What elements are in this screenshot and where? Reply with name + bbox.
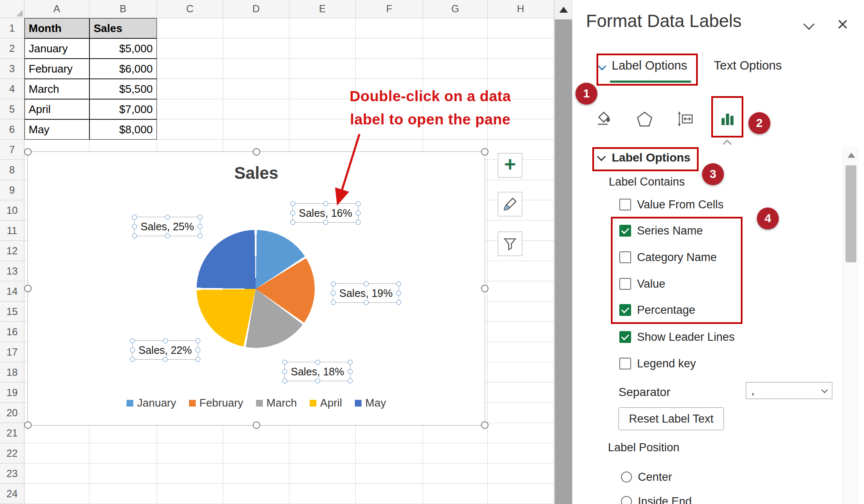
row-header-9[interactable]: 9 (0, 180, 24, 200)
selection-handle[interactable] (396, 300, 401, 305)
selection-handle[interactable] (282, 378, 287, 383)
selection-handle[interactable] (165, 215, 170, 220)
selection-handle[interactable] (24, 148, 32, 156)
chart-legend[interactable]: JanuaryFebruaryMarchAprilMay (28, 396, 485, 410)
row-header-6[interactable]: 6 (0, 119, 24, 140)
cell-month-march[interactable]: March (24, 79, 89, 99)
selection-handle[interactable] (195, 348, 200, 353)
scrollbar-thumb[interactable] (555, 19, 572, 504)
selection-handle[interactable] (396, 291, 401, 296)
selection-handle[interactable] (356, 220, 361, 225)
checkbox-series-name[interactable]: Series Name (619, 221, 703, 240)
cell-sales-may[interactable]: $8,000 (89, 119, 157, 140)
select-all-corner[interactable] (0, 0, 24, 18)
selection-handle[interactable] (130, 338, 135, 343)
cell-sales-april[interactable]: $7,000 (89, 99, 157, 119)
cell-header-month[interactable]: Month (24, 18, 89, 38)
checkbox-value-from-cells[interactable]: Value From Cells (619, 195, 724, 214)
selection-handle[interactable] (331, 300, 336, 305)
selection-handle[interactable] (481, 285, 489, 292)
selection-handle[interactable] (197, 224, 202, 229)
checkbox-category-name[interactable]: Category Name (619, 248, 717, 267)
row-header-18[interactable]: 18 (0, 362, 24, 383)
scroll-up-button[interactable] (555, 0, 572, 19)
pane-scrollbar[interactable] (843, 147, 859, 504)
row-header-15[interactable]: 15 (0, 302, 24, 322)
selection-handle[interactable] (315, 378, 320, 383)
data-label-may[interactable]: Sales, 25% (134, 217, 200, 236)
sheet-scrollbar[interactable] (554, 0, 572, 504)
effects-tab[interactable] (633, 107, 656, 131)
row-header-2[interactable]: 2 (0, 38, 24, 59)
pane-scrollbar-thumb[interactable] (845, 165, 856, 262)
col-header-C[interactable]: C (157, 0, 223, 18)
row-header-17[interactable]: 17 (0, 342, 24, 362)
selection-handle[interactable] (290, 210, 295, 216)
row-header-16[interactable]: 16 (0, 322, 24, 342)
row-header-13[interactable]: 13 (0, 261, 24, 281)
cell-month-may[interactable]: May (24, 119, 89, 140)
col-header-D[interactable]: D (223, 0, 289, 18)
selection-handle[interactable] (396, 281, 401, 286)
cell-month-february[interactable]: February (24, 59, 89, 79)
checkbox-show-leader-lines[interactable]: Show Leader Lines (619, 327, 734, 347)
pie-plot[interactable] (197, 230, 315, 348)
separator-dropdown[interactable]: , (746, 382, 832, 399)
col-header-F[interactable]: F (356, 0, 423, 18)
cell-month-january[interactable]: January (24, 38, 89, 59)
selection-handle[interactable] (348, 369, 353, 374)
selection-handle[interactable] (290, 220, 295, 225)
tab-text-options[interactable]: Text Options (714, 59, 782, 73)
fill-line-tab[interactable] (591, 107, 615, 131)
legend-item-may[interactable]: May (355, 396, 386, 410)
pie-chart-object[interactable]: Sales Sales, 16% Sales, 19% Sales, 18% S… (27, 151, 485, 426)
row-header-3[interactable]: 3 (0, 59, 24, 79)
selection-handle[interactable] (348, 360, 353, 365)
pane-scroll-up-button[interactable] (843, 147, 859, 164)
selection-handle[interactable] (348, 378, 353, 383)
row-header-5[interactable]: 5 (0, 99, 24, 119)
col-header-B[interactable]: B (89, 0, 157, 18)
data-label-march[interactable]: Sales, 18% (284, 362, 351, 381)
selection-handle[interactable] (24, 285, 32, 292)
selection-handle[interactable] (195, 338, 200, 343)
pane-close-icon[interactable]: × (837, 13, 848, 35)
data-label-april[interactable]: Sales, 22% (132, 340, 198, 360)
selection-handle[interactable] (165, 233, 170, 238)
selection-handle[interactable] (197, 233, 202, 238)
radio-center[interactable]: Center (621, 467, 672, 487)
legend-item-january[interactable]: January (127, 396, 176, 410)
size-properties-tab[interactable] (674, 107, 698, 131)
cell-sales-january[interactable]: $5,000 (89, 38, 157, 59)
selection-handle[interactable] (132, 224, 137, 229)
selection-handle[interactable] (364, 300, 369, 305)
row-header-14[interactable]: 14 (0, 281, 24, 302)
row-header-22[interactable]: 22 (0, 443, 24, 464)
selection-handle[interactable] (282, 369, 287, 374)
reset-label-text-button[interactable]: Reset Label Text (618, 407, 724, 430)
selection-handle[interactable] (481, 421, 489, 429)
row-header-21[interactable]: 21 (0, 423, 24, 443)
row-header-24[interactable]: 24 (0, 484, 24, 504)
cell-sales-february[interactable]: $6,000 (89, 59, 157, 79)
row-header-4[interactable]: 4 (0, 79, 24, 99)
checkbox-box-show-leader-lines[interactable] (619, 331, 631, 343)
row-header-10[interactable]: 10 (0, 200, 24, 221)
checkbox-legend-key[interactable]: Legend key (619, 354, 696, 373)
selection-handle[interactable] (195, 357, 200, 362)
data-label-february[interactable]: Sales, 19% (333, 283, 399, 303)
row-header-19[interactable]: 19 (0, 383, 24, 403)
cell-sales-march[interactable]: $5,500 (89, 79, 157, 99)
selection-handle[interactable] (323, 220, 328, 225)
cell-month-april[interactable]: April (24, 99, 89, 119)
chart-filters-button[interactable] (498, 232, 522, 256)
legend-item-february[interactable]: February (189, 396, 243, 410)
col-header-E[interactable]: E (289, 0, 356, 18)
checkbox-box-value-from-cells[interactable] (619, 199, 631, 210)
selection-handle[interactable] (331, 291, 336, 296)
col-header-A[interactable]: A (24, 0, 89, 18)
legend-item-march[interactable]: March (256, 396, 297, 410)
selection-handle[interactable] (197, 215, 202, 220)
series-options-tab[interactable] (716, 107, 739, 131)
row-header-12[interactable]: 12 (0, 241, 24, 261)
